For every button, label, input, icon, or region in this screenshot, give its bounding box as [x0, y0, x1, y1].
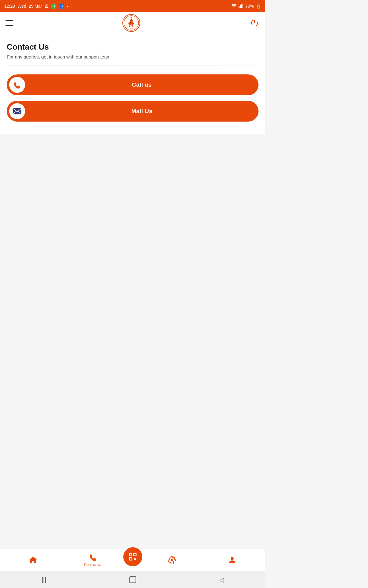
status-time: 12:29: [4, 4, 15, 9]
notif-icon-2: S: [51, 3, 56, 9]
svg-rect-2: [241, 4, 242, 8]
bottom-nav: Contact Us: [0, 548, 265, 571]
hamburger-line-1: [6, 20, 13, 21]
svg-point-10: [131, 17, 132, 18]
status-date: Wed, 29 Mar: [17, 4, 42, 9]
nav-item-profile[interactable]: [202, 556, 262, 564]
call-us-label: Call us: [25, 81, 259, 88]
svg-rect-14: [13, 108, 21, 114]
divider: [7, 66, 259, 66]
svg-rect-22: [134, 559, 136, 560]
android-back[interactable]: ◁: [219, 576, 224, 583]
svg-rect-0: [239, 6, 240, 8]
nav-item-settings[interactable]: [142, 556, 202, 564]
main-content: Contact Us For any queries, get in touch…: [0, 34, 265, 134]
nav-center-scan[interactable]: [123, 547, 142, 566]
nav-item-contact[interactable]: Contact Us: [63, 553, 123, 567]
svg-rect-19: [129, 558, 132, 560]
page-title: Contact Us: [7, 42, 259, 52]
logo-container: संस्था: [122, 14, 140, 32]
top-nav: संस्था: [0, 12, 265, 34]
android-recents[interactable]: |||: [41, 576, 46, 583]
notif-icon-3: S: [59, 3, 64, 9]
power-button[interactable]: [249, 18, 260, 28]
lock-icon: 🔒: [256, 4, 261, 9]
call-us-button[interactable]: Call us: [7, 74, 259, 95]
notif-icon-1: 🖼: [44, 4, 48, 9]
nav-contact-label: Contact Us: [84, 563, 102, 567]
logo: संस्था: [122, 14, 140, 32]
mail-icon-circle: [9, 103, 25, 119]
call-icon-circle: [9, 77, 25, 93]
status-left: 12:29 Wed, 29 Mar 🖼 S S •: [4, 3, 68, 9]
svg-rect-20: [134, 558, 135, 559]
nav-item-home[interactable]: [3, 556, 63, 564]
signal-icon: [239, 4, 243, 9]
mail-us-label: Mail Us: [25, 108, 259, 115]
svg-rect-17: [129, 553, 132, 556]
status-bar: 12:29 Wed, 29 Mar 🖼 S S • 79% 🔒: [0, 0, 265, 12]
android-nav-bar: ||| ◁: [0, 571, 265, 588]
hamburger-menu[interactable]: [6, 20, 13, 26]
android-home[interactable]: [129, 576, 136, 583]
svg-rect-3: [242, 4, 243, 8]
svg-point-23: [171, 559, 173, 561]
wifi-icon: [231, 4, 237, 9]
hamburger-line-3: [6, 25, 13, 26]
svg-rect-18: [134, 553, 136, 556]
svg-text:संस्था: संस्था: [129, 28, 133, 30]
mail-us-button[interactable]: Mail Us: [7, 101, 259, 122]
page-subtitle: For any queries, get in touch with our s…: [7, 54, 259, 59]
status-right: 79% 🔒: [231, 4, 261, 9]
notif-dot: •: [67, 5, 68, 8]
battery-level: 79%: [245, 4, 254, 9]
svg-rect-8: [130, 25, 132, 27]
svg-rect-1: [240, 5, 241, 8]
svg-point-24: [231, 557, 234, 560]
hamburger-line-2: [6, 23, 13, 24]
